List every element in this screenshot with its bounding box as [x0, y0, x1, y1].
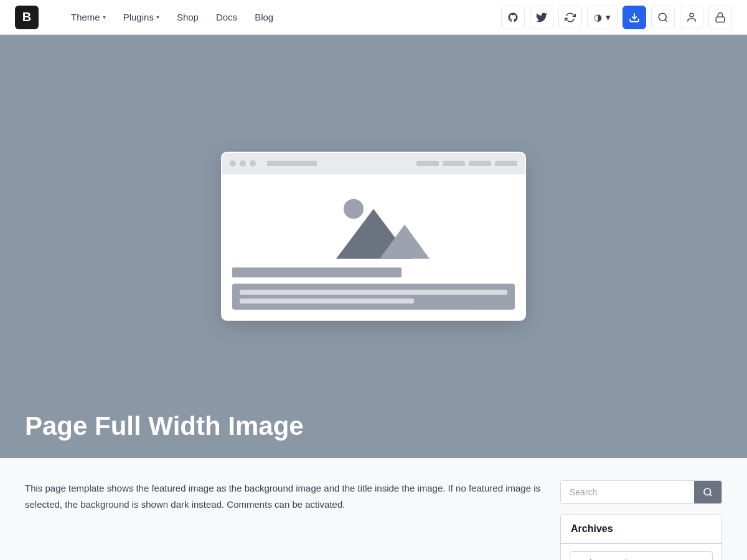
archives-title: Archives [561, 515, 721, 544]
main-nav: Theme ▾ Plugins ▾ Shop Docs Blog [63, 8, 281, 26]
twitter-icon[interactable] [530, 6, 553, 29]
search-button[interactable] [694, 481, 721, 503]
search-icon [703, 487, 713, 497]
github-icon[interactable] [501, 6, 525, 29]
user-button[interactable] [680, 6, 703, 29]
hero-title-area: Page Full Width Image [0, 397, 747, 458]
mockup-dot [250, 160, 256, 166]
mockup-dot [240, 160, 246, 166]
month-select[interactable]: Select Month [570, 551, 713, 560]
nav-shop[interactable]: Shop [169, 8, 206, 26]
svg-point-1 [690, 13, 693, 17]
hero-section: Page Full Width Image [0, 35, 747, 458]
archives-widget: Archives Select Month ▾ [560, 514, 722, 560]
nav-theme[interactable]: Theme ▾ [63, 8, 113, 26]
svg-point-3 [704, 488, 711, 495]
body-text: This page template shows the featured im… [25, 480, 540, 560]
archives-select-wrap: Select Month ▾ [561, 544, 721, 560]
refresh-icon[interactable] [558, 6, 582, 29]
mockup-titlebar [222, 153, 525, 174]
search-widget [560, 480, 722, 504]
mockup-footer-line [240, 299, 414, 304]
theme-toggle-button[interactable]: ◑ ▾ [587, 6, 618, 29]
mockup-mountain-graphic [324, 197, 423, 259]
mockup-title-placeholder [232, 268, 402, 278]
mockup-image-placeholder [232, 184, 515, 259]
moon-icon: ◑ [594, 12, 602, 23]
sidebar: Archives Select Month ▾ [560, 480, 722, 560]
mockup-body [222, 174, 525, 320]
site-logo[interactable]: B [15, 6, 39, 29]
svg-point-0 [659, 13, 666, 21]
page-title: Page Full Width Image [25, 412, 722, 441]
chevron-down-icon: ▾ [103, 14, 106, 21]
svg-rect-2 [716, 17, 725, 22]
mockup-mountain-small [380, 225, 430, 259]
nav-plugins[interactable]: Plugins ▾ [116, 8, 167, 26]
lock-button[interactable] [708, 6, 732, 29]
chevron-down-icon: ▾ [156, 14, 159, 21]
hero-mockup [221, 152, 526, 321]
nav-docs[interactable]: Docs [209, 8, 245, 26]
chevron-down-icon: ▾ [606, 12, 611, 23]
header-left: B Theme ▾ Plugins ▾ Shop Docs Blog [15, 6, 281, 29]
mockup-dot [230, 160, 236, 166]
site-header: B Theme ▾ Plugins ▾ Shop Docs Blog [0, 0, 747, 35]
month-select-wrapper: Select Month ▾ [570, 551, 713, 560]
mockup-footer-block [232, 284, 515, 310]
search-input[interactable] [561, 481, 694, 503]
mockup-window [221, 152, 526, 321]
header-actions: ◑ ▾ [501, 6, 732, 29]
mockup-footer-line [240, 290, 507, 295]
header-search-button[interactable] [651, 6, 675, 29]
nav-blog[interactable]: Blog [247, 8, 281, 26]
main-content: This page template shows the featured im… [0, 458, 747, 560]
download-button[interactable] [622, 6, 646, 29]
